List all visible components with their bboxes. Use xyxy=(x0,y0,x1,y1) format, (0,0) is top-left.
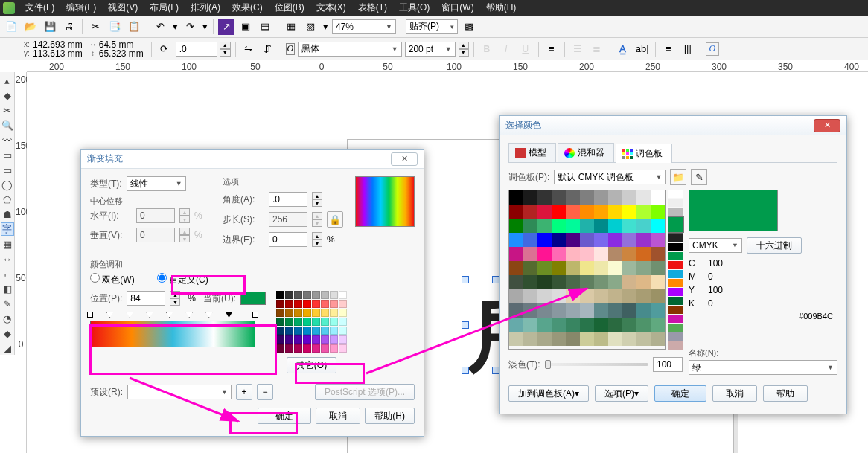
palette-swatch[interactable] xyxy=(537,233,552,247)
swatch[interactable] xyxy=(276,291,284,299)
eyedropper-tool[interactable]: ✎ xyxy=(1,297,14,310)
help-button[interactable]: 帮助(H) xyxy=(365,408,415,424)
palette-swatch[interactable] xyxy=(552,332,566,346)
name-combo[interactable]: 绿▼ xyxy=(689,360,837,375)
gradient-stops-track[interactable] xyxy=(90,312,255,321)
palette-swatch[interactable] xyxy=(523,219,537,233)
swatch[interactable] xyxy=(312,291,320,299)
paste-icon[interactable]: 📋 xyxy=(126,19,142,35)
close-icon[interactable]: ✕ xyxy=(814,119,840,132)
swatch[interactable] xyxy=(321,344,329,353)
palette-swatch[interactable] xyxy=(566,261,580,275)
text-tool[interactable]: 字 xyxy=(1,222,14,236)
palette-swatch[interactable] xyxy=(552,190,566,205)
palette-swatch[interactable] xyxy=(651,275,665,289)
swatch[interactable] xyxy=(321,300,329,308)
help-button[interactable]: 帮助 xyxy=(763,385,808,402)
palette-swatch[interactable] xyxy=(509,332,523,346)
swatch[interactable] xyxy=(294,309,302,317)
palette-swatch[interactable] xyxy=(608,275,622,289)
palette-swatch[interactable] xyxy=(509,233,523,247)
custom-radio[interactable]: 自定义(C) xyxy=(157,273,208,286)
palette-swatch[interactable] xyxy=(608,233,622,247)
redo-drop-icon[interactable]: ▾ xyxy=(201,19,208,35)
table-tool[interactable]: ▦ xyxy=(1,237,14,251)
swatch[interactable] xyxy=(321,318,329,326)
swatch[interactable] xyxy=(330,344,338,353)
menu-item[interactable]: 排列(A) xyxy=(185,0,226,16)
palette-swatch[interactable] xyxy=(636,332,651,346)
palette-swatch[interactable] xyxy=(608,261,622,275)
swatch[interactable] xyxy=(276,344,284,353)
swatch[interactable] xyxy=(312,300,320,308)
strip-swatch[interactable] xyxy=(668,190,683,198)
palette-swatch[interactable] xyxy=(651,219,665,233)
palette-swatch[interactable] xyxy=(636,233,651,247)
pick-tool[interactable]: ▴ xyxy=(1,74,14,87)
palette-swatch[interactable] xyxy=(622,275,636,289)
palette-swatch[interactable] xyxy=(566,247,580,261)
palette-swatch[interactable] xyxy=(580,219,594,233)
lock-icon[interactable]: 🔒 xyxy=(327,211,343,228)
tab-mixer[interactable]: 混和器 xyxy=(558,143,614,162)
open-icon[interactable]: 📂 xyxy=(22,19,39,35)
hex-button[interactable]: 十六进制 xyxy=(747,237,802,254)
palette-swatch[interactable] xyxy=(651,261,665,275)
strip-swatch[interactable] xyxy=(668,243,683,251)
palette-swatch[interactable] xyxy=(594,205,608,219)
undo-drop-icon[interactable]: ▾ xyxy=(171,19,179,35)
effects-tool[interactable]: ◧ xyxy=(1,282,14,295)
swatch[interactable] xyxy=(303,291,311,299)
palette-swatch[interactable] xyxy=(636,205,651,219)
palette-swatch[interactable] xyxy=(580,303,594,318)
swatch[interactable] xyxy=(312,318,320,326)
palette-swatch[interactable] xyxy=(608,318,622,332)
swatch[interactable] xyxy=(312,309,320,317)
swatch[interactable] xyxy=(339,344,347,353)
palette-swatch[interactable] xyxy=(622,261,636,275)
palette-swatch[interactable] xyxy=(566,219,580,233)
cut-icon[interactable]: ✂ xyxy=(87,19,103,35)
swatch[interactable] xyxy=(330,300,338,308)
swatch[interactable] xyxy=(285,291,293,299)
swatch[interactable] xyxy=(285,327,293,335)
menu-item[interactable]: 窗口(W) xyxy=(435,0,479,16)
strip-swatch[interactable] xyxy=(668,297,683,305)
palette-swatch[interactable] xyxy=(566,303,580,318)
preset-combo[interactable]: ▼ xyxy=(127,385,232,399)
swatch[interactable] xyxy=(294,300,302,308)
palette-swatch[interactable] xyxy=(622,205,636,219)
zoom-tool[interactable]: 🔍 xyxy=(1,118,14,132)
palette-swatch[interactable] xyxy=(523,332,537,346)
swatch[interactable] xyxy=(285,300,293,308)
palette-swatch[interactable] xyxy=(580,289,594,303)
palette-swatch[interactable] xyxy=(651,233,665,247)
menu-item[interactable]: 编辑(E) xyxy=(60,0,102,16)
gradient-stop[interactable] xyxy=(126,312,133,318)
eyedropper-icon[interactable]: ✎ xyxy=(691,169,707,185)
connector-tool[interactable]: ⌐ xyxy=(1,267,14,280)
swatch[interactable] xyxy=(276,318,284,326)
menu-item[interactable]: 表格(T) xyxy=(352,0,393,16)
icon-e[interactable]: ▧ xyxy=(302,19,319,35)
strip-swatch[interactable] xyxy=(668,261,683,269)
palette-swatch[interactable] xyxy=(509,190,523,205)
palette-swatch[interactable] xyxy=(622,332,636,346)
menu-item[interactable]: 文件(F) xyxy=(19,0,60,16)
palette-swatch[interactable] xyxy=(580,261,594,275)
palette-swatch[interactable] xyxy=(594,219,608,233)
add-to-palette-button[interactable]: 加到调色板(A) ▾ xyxy=(508,385,589,402)
swatch[interactable] xyxy=(330,318,338,326)
swatch[interactable] xyxy=(321,309,329,317)
snap-combo[interactable]: 贴齐(P)▾ xyxy=(406,19,458,34)
palette-swatch[interactable] xyxy=(537,219,552,233)
swatch[interactable] xyxy=(312,335,320,344)
gradient-stop[interactable] xyxy=(225,312,232,318)
palette-swatch[interactable] xyxy=(566,275,580,289)
palette-swatch[interactable] xyxy=(552,233,566,247)
new-icon[interactable]: 📄 xyxy=(3,19,19,35)
menu-item[interactable]: 布局(L) xyxy=(144,0,185,16)
gradient-stop[interactable] xyxy=(87,312,93,318)
swatch[interactable] xyxy=(303,309,311,317)
palette-swatch[interactable] xyxy=(523,275,537,289)
